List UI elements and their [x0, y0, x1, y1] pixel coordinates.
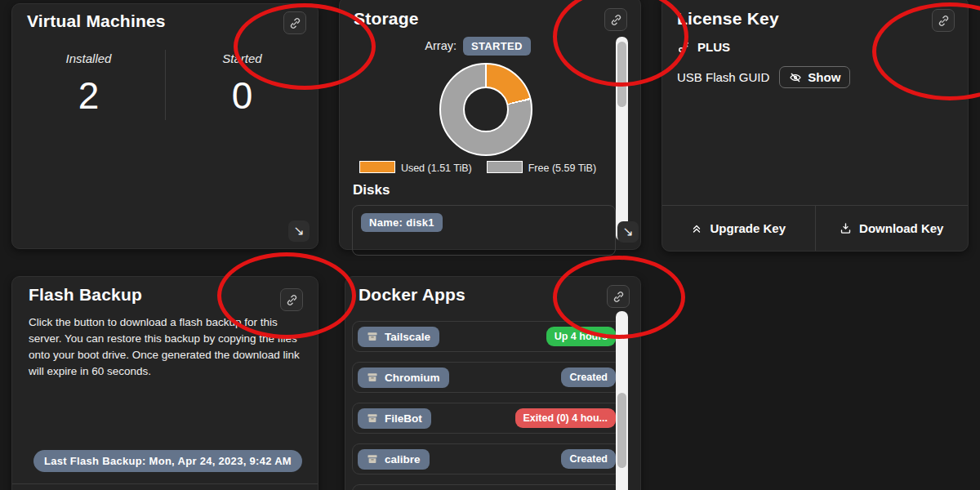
angles-up-icon: [691, 223, 702, 234]
card-virtual-machines: Virtual Machines Installed 2 Started 0 ↘: [11, 3, 318, 249]
legend-item-used: Used (1.51 TiB): [359, 161, 472, 174]
storage-link-button[interactable]: [604, 8, 627, 31]
license-tier-label: PLUS: [697, 40, 730, 54]
download-icon: [840, 222, 852, 234]
eye-slash-icon: [789, 71, 802, 84]
array-status-badge: STARTED: [463, 37, 531, 56]
license-guid-row: USB Flash GUID Show: [677, 66, 850, 88]
storage-resize-handle[interactable]: ↘: [617, 221, 639, 243]
array-status-row: Array: STARTED: [340, 37, 616, 56]
license-footer: Upgrade Key Download Key: [662, 205, 968, 251]
storage-legend: Used (1.51 TiB) Free (5.59 TiB): [340, 161, 616, 174]
vm-installed-label: Installed: [12, 51, 165, 65]
container-icon: [367, 372, 378, 383]
storage-scrollbar[interactable]: [616, 37, 628, 241]
docker-app-row-tailscale[interactable]: Tailscale Up 4 hours: [352, 321, 621, 352]
docker-app-name-badge[interactable]: calibre: [358, 449, 430, 470]
docker-app-name-badge[interactable]: Chromium: [358, 368, 449, 388]
download-key-button[interactable]: Download Key: [816, 206, 969, 251]
download-key-label: Download Key: [859, 221, 943, 235]
docker-link-button[interactable]: [607, 285, 630, 308]
last-flash-backup-badge: Last Flash Backup: Mon, Apr 24, 2023, 9:…: [33, 450, 302, 472]
card-flash-backup: Flash Backup Click the button to downloa…: [11, 276, 318, 490]
docker-app-name-badge[interactable]: Tailscale: [358, 327, 439, 347]
docker-app-list: Tailscale Up 4 hours Chromium Created: [352, 321, 621, 490]
link-icon: [612, 291, 625, 303]
license-tier-row: PLUS: [677, 40, 730, 54]
link-icon: [286, 294, 298, 306]
container-icon: [367, 453, 378, 465]
docker-app-status-badge: Up 4 hours: [546, 327, 616, 346]
show-guid-label: Show: [808, 70, 840, 84]
docker-app-name: Tailscale: [385, 331, 430, 343]
docker-app-name-badge[interactable]: FileBot: [358, 408, 431, 429]
docker-app-row-calibre[interactable]: calibre Created: [352, 443, 621, 474]
flash-footer-divider: [12, 483, 318, 484]
docker-app-name: calibre: [385, 453, 421, 466]
vm-card-title: Virtual Machines: [27, 11, 166, 31]
docker-app-status-badge: Created: [561, 368, 616, 387]
legend-swatch-free: [487, 161, 523, 173]
disks-list-box: Name: disk1: [352, 205, 616, 256]
docker-app-status-badge: Exited (0) 4 hou...: [515, 408, 617, 428]
unraid-dashboard: Virtual Machines Installed 2 Started 0 ↘…: [0, 0, 980, 490]
legend-used-label: Used (1.51 TiB): [401, 163, 472, 174]
docker-app-name: Chromium: [385, 372, 440, 384]
vm-started-count: 0: [166, 74, 318, 118]
card-docker-apps: Docker Apps Tailscale Up 4 hours: [345, 276, 641, 490]
vm-link-button[interactable]: [283, 11, 306, 34]
docker-app-status-badge: Created: [561, 449, 616, 469]
container-icon: [367, 331, 378, 342]
key-icon: [677, 41, 690, 54]
vm-resize-handle[interactable]: ↘: [288, 220, 310, 242]
legend-item-free: Free (5.59 TiB): [487, 161, 596, 174]
flash-description: Click the button to download a flash bac…: [29, 314, 303, 380]
link-icon: [938, 15, 950, 27]
resize-arrow-icon: ↘: [293, 225, 304, 238]
docker-card-title: Docker Apps: [359, 285, 466, 305]
legend-free-label: Free (5.59 TiB): [528, 163, 596, 174]
card-storage: Storage Array: STARTED Used (1.51 TiB) F…: [339, 0, 641, 250]
disk-name-badge[interactable]: Name: disk1: [361, 213, 443, 232]
upgrade-key-button[interactable]: Upgrade Key: [662, 206, 815, 251]
docker-app-row-partial[interactable]: [352, 484, 621, 490]
vm-installed-block: Installed 2: [12, 51, 165, 118]
vm-installed-count: 2: [12, 74, 165, 118]
container-icon: [367, 412, 378, 424]
link-icon: [289, 17, 301, 29]
resize-arrow-icon: ↘: [622, 225, 633, 238]
license-card-title: License Key: [677, 9, 779, 29]
guid-label: USB Flash GUID: [677, 70, 769, 84]
legend-swatch-used: [359, 161, 395, 173]
disks-heading: Disks: [353, 182, 390, 198]
docker-scrollbar-thumb[interactable]: [617, 393, 626, 468]
vm-started-label: Started: [166, 51, 318, 65]
license-link-button[interactable]: [932, 9, 955, 32]
storage-card-title: Storage: [354, 9, 419, 29]
docker-scrollbar[interactable]: [616, 311, 628, 490]
flash-link-button[interactable]: [280, 288, 303, 311]
docker-app-name: FileBot: [385, 412, 422, 425]
docker-app-row-filebot[interactable]: FileBot Exited (0) 4 hou...: [352, 403, 621, 434]
link-icon: [610, 14, 622, 26]
storage-donut: [439, 63, 532, 156]
array-label: Array:: [425, 39, 457, 52]
show-guid-button[interactable]: Show: [779, 66, 850, 88]
upgrade-key-label: Upgrade Key: [710, 221, 786, 235]
storage-donut-hole: [463, 87, 509, 132]
card-license-key: License Key PLUS USB Flash GUID Show: [662, 0, 969, 252]
storage-scrollbar-thumb[interactable]: [617, 42, 626, 107]
flash-card-title: Flash Backup: [29, 285, 142, 305]
docker-app-row-chromium[interactable]: Chromium Created: [352, 362, 621, 393]
vm-started-block: Started 0: [166, 51, 318, 118]
